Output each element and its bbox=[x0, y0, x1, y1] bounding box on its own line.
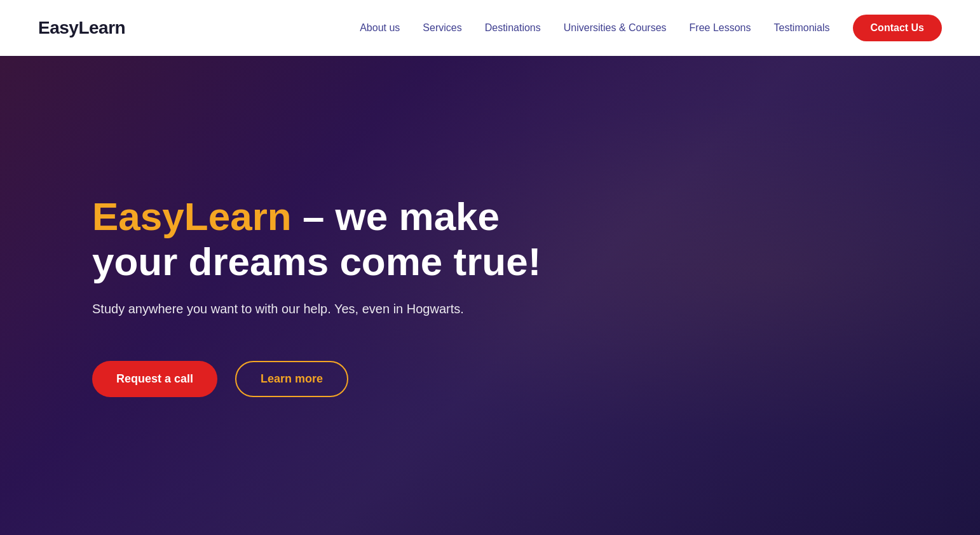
learn-more-button[interactable]: Learn more bbox=[235, 361, 348, 397]
nav-destinations[interactable]: Destinations bbox=[485, 22, 541, 34]
nav-lessons[interactable]: Free Lessons bbox=[690, 22, 751, 34]
nav-testimonials[interactable]: Testimonials bbox=[774, 22, 830, 34]
hero-content: EasyLearn – we make your dreams come tru… bbox=[0, 56, 980, 535]
header: EasyLearn About us Services Destinations… bbox=[0, 0, 980, 56]
request-call-button[interactable]: Request a call bbox=[92, 361, 217, 397]
nav-about[interactable]: About us bbox=[360, 22, 400, 34]
hero-buttons: Request a call Learn more bbox=[92, 361, 942, 397]
navigation: About us Services Destinations Universit… bbox=[360, 15, 942, 41]
contact-button[interactable]: Contact Us bbox=[853, 15, 942, 41]
hero-brand: EasyLearn bbox=[92, 194, 292, 238]
nav-services[interactable]: Services bbox=[423, 22, 461, 34]
hero-title: EasyLearn – we make your dreams come tru… bbox=[92, 194, 550, 285]
nav-universities[interactable]: Universities & Courses bbox=[564, 22, 667, 34]
logo: EasyLearn bbox=[38, 18, 125, 38]
hero-subtitle: Study anywhere you want to with our help… bbox=[92, 302, 486, 316]
hero-section: EasyLearn – we make your dreams come tru… bbox=[0, 56, 980, 535]
